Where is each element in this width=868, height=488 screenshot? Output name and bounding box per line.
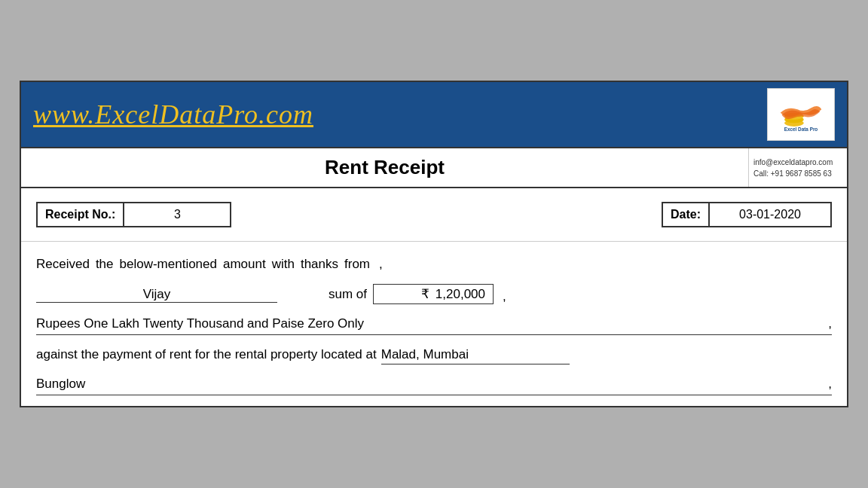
line1-from: from <box>344 257 370 272</box>
logo-icon: Excel Data Pro <box>771 96 831 133</box>
receipt-title: Rent Receipt <box>21 148 749 187</box>
line1-with: with <box>272 257 295 272</box>
date-value: 03-01-2020 <box>710 203 830 226</box>
website-url: www.ExcelDataPro.com <box>33 99 313 130</box>
receipt-no-label: Receipt No.: <box>38 203 124 226</box>
line2: Vijay sum of ₹ 1,20,000 , <box>36 284 832 304</box>
line1-the: the <box>96 257 114 272</box>
line4: against the payment of rent for the rent… <box>36 347 832 364</box>
receipt-number-box: Receipt No.: 3 <box>36 202 231 227</box>
payer-name: Vijay <box>36 287 277 303</box>
rupee-symbol: ₹ <box>421 286 429 302</box>
receipt-document: www.ExcelDataPro.com Excel Data Pro Rent… <box>20 81 848 407</box>
line1: Received the below-mentioned amount with… <box>36 257 832 272</box>
contact-info: info@exceldatapro.com Call: +91 9687 858… <box>749 148 847 187</box>
receipt-no-value: 3 <box>124 203 230 226</box>
date-label: Date: <box>663 203 710 226</box>
sum-of-text: sum of <box>329 287 367 302</box>
line4-text: against the payment of rent for the rent… <box>36 347 377 362</box>
line1-amount: amount <box>223 257 266 272</box>
line3: Rupees One Lakh Twenty Thousand and Pais… <box>36 316 832 335</box>
receipt-body: Received the below-mentioned amount with… <box>21 242 847 406</box>
receipt-info-row: Receipt No.: 3 Date: 03-01-2020 <box>21 188 847 242</box>
line1-thanks: thanks <box>301 257 338 272</box>
contact-email: info@exceldatapro.com <box>753 157 842 168</box>
line2-comma: , <box>503 289 506 304</box>
svg-text:Excel Data Pro: Excel Data Pro <box>784 127 818 132</box>
line1-below-mentioned: below-mentioned <box>120 257 217 272</box>
header-bar: www.ExcelDataPro.com Excel Data Pro <box>21 82 847 148</box>
contact-phone: Call: +91 9687 8585 63 <box>753 168 842 179</box>
line1-comma: , <box>379 257 383 272</box>
line5-comma: , <box>828 377 832 392</box>
logo-box: Excel Data Pro <box>767 88 835 141</box>
line3-comma: , <box>828 316 832 331</box>
amount-words: Rupees One Lakh Twenty Thousand and Pais… <box>36 316 825 331</box>
date-box: Date: 03-01-2020 <box>662 202 832 227</box>
subtitle-row: Rent Receipt info@exceldatapro.com Call:… <box>21 148 847 188</box>
property-type: Bunglow <box>36 377 825 392</box>
location-value: Malad, Mumbai <box>381 347 570 364</box>
line5: Bunglow , <box>36 377 832 395</box>
amount-box: ₹ 1,20,000 <box>373 284 494 304</box>
amount-value: 1,20,000 <box>436 287 485 302</box>
line1-received: Received <box>36 257 90 272</box>
